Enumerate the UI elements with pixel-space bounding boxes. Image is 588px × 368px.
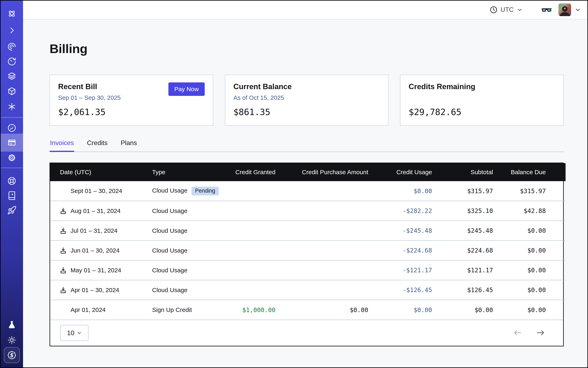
credit-granted-value <box>226 201 275 221</box>
tab-invoices[interactable]: Invoices <box>50 139 74 152</box>
account-menu[interactable] <box>558 3 581 16</box>
column-header-credit-purchase: Credit Purchase Amount <box>275 163 368 181</box>
timezone-picker[interactable]: UTC <box>489 6 523 14</box>
download-icon <box>60 207 67 215</box>
recent-bill-amount: $2,061.35 <box>58 107 106 117</box>
status-badge: Pending <box>191 187 218 195</box>
credits-badge-frame <box>4 347 20 363</box>
arrow-left-icon <box>513 328 522 337</box>
page-size-select[interactable]: 10 <box>60 325 89 341</box>
invoice-type: Cloud Usage <box>152 247 187 254</box>
balance-as-of-date: As of Oct 15, 2025 <box>234 94 380 101</box>
previous-page-button[interactable] <box>513 328 522 338</box>
credits-remaining-amount: $29,782.65 <box>408 107 461 117</box>
download-icon <box>60 227 67 234</box>
invoice-date: Sept 01 – 30, 2024 <box>71 187 122 194</box>
column-header-credit-granted: Credit Granted <box>226 163 275 181</box>
subtotal-value: $0.00 <box>432 300 493 320</box>
rocket-icon <box>7 206 17 215</box>
balance-due-value: $315.97 <box>493 181 566 201</box>
app-window: UTC <box>1 1 587 367</box>
sidebar-item-getting-started[interactable] <box>1 201 23 219</box>
gauge-icon <box>7 123 17 133</box>
subtotal-value: $224.68 <box>432 240 493 260</box>
next-page-button[interactable] <box>536 328 545 338</box>
download-icon <box>60 286 67 294</box>
subtotal-value: $126.45 <box>432 280 493 300</box>
balance-due-value: $0.00 <box>493 300 566 320</box>
table-row: Jul 01 – 31, 2024 Cloud Usage -$245.48 $… <box>50 221 566 240</box>
pager-arrows <box>513 328 545 338</box>
main-area: UTC <box>23 1 587 367</box>
invoices-table: Date (UTC) Type Credit Granted Credit Pu… <box>50 163 564 346</box>
balance-due-value: $0.00 <box>493 280 566 300</box>
table-row: Aug 01 – 31, 2024 Cloud Usage -$282.22 $… <box>50 201 566 221</box>
sidebar-item-credits[interactable] <box>1 346 23 364</box>
badge-dollar-icon <box>7 351 16 360</box>
balance-due-value: $42.88 <box>493 201 566 221</box>
current-balance-amount: $861.35 <box>234 107 270 117</box>
download-invoice-button[interactable] <box>60 267 67 274</box>
subtotal-value: $325.10 <box>432 201 493 221</box>
arrow-right-icon <box>536 328 545 337</box>
sidebar-item-settings[interactable] <box>1 149 23 167</box>
credit-granted-value <box>226 240 275 260</box>
clock-icon <box>489 6 498 14</box>
recent-bill-card: Recent Bill Sep 01 – Sep 30, 2025 $2,061… <box>50 75 213 126</box>
workflows-icon <box>7 42 17 51</box>
flask-icon <box>7 320 17 330</box>
sidebar-expand-button[interactable] <box>1 21 23 39</box>
schedules-icon <box>7 57 17 66</box>
credit-usage-value: $0.00 <box>368 300 432 320</box>
invoice-date: Aug 01 – 31, 2024 <box>71 207 120 214</box>
credit-purchase-value <box>275 260 368 280</box>
sidebar-item-deployments[interactable] <box>1 82 23 100</box>
download-icon <box>60 247 67 254</box>
chevron-down-icon <box>77 331 82 335</box>
person-silhouette <box>558 5 571 16</box>
invoice-type: Sign Up Credit <box>152 306 192 313</box>
download-invoice-button[interactable] <box>60 207 67 215</box>
sidebar-item-nexus[interactable] <box>1 98 23 116</box>
credit-granted-value <box>226 221 275 240</box>
chevron-right-icon <box>7 26 17 35</box>
credit-usage-value: -$245.48 <box>368 221 432 240</box>
balance-due-value: $0.00 <box>493 221 566 240</box>
download-invoice-button[interactable] <box>60 247 67 254</box>
credit-usage-value: -$126.45 <box>368 280 432 300</box>
billing-tabs: Invoices Credits Plans <box>50 139 564 152</box>
current-balance-card: Current Balance As of Oct 15, 2025 $861.… <box>225 75 389 126</box>
feedback-glasses-button[interactable] <box>541 5 552 15</box>
invoice-type: Cloud Usage <box>152 187 187 194</box>
credit-purchase-value <box>275 181 368 201</box>
sidebar <box>1 1 23 367</box>
download-invoice-button[interactable] <box>60 286 67 294</box>
subtotal-value: $245.48 <box>432 221 493 240</box>
temporal-logo-icon <box>7 9 17 18</box>
sidebar-item-home[interactable] <box>1 5 23 23</box>
invoice-date: May 01 – 31, 2024 <box>71 267 121 274</box>
table-pagination: 10 <box>50 320 563 346</box>
tab-credits[interactable]: Credits <box>86 139 108 152</box>
avatar <box>558 3 571 16</box>
invoice-date: Apr 01 – 30, 2024 <box>71 287 119 294</box>
tab-plans[interactable]: Plans <box>120 139 137 152</box>
cube-icon <box>7 86 17 96</box>
invoice-date: Apr 01, 2024 <box>71 306 106 313</box>
table-row: Apr 01, 2024 Sign Up Credit $1,000.00 $0… <box>50 300 566 320</box>
timezone-label: UTC <box>500 6 514 13</box>
lifebuoy-icon <box>7 176 17 186</box>
credit-usage-value: -$121.17 <box>368 260 432 280</box>
credit-purchase-value <box>275 201 368 221</box>
download-invoice-button[interactable] <box>60 227 67 234</box>
card-title: Current Balance <box>234 83 380 91</box>
column-header-subtotal: Subtotal <box>432 163 493 181</box>
credit-granted-value: $1,000.00 <box>226 300 275 320</box>
pay-now-button[interactable]: Pay Now <box>168 83 205 96</box>
credit-purchase-value: $0.00 <box>275 300 368 320</box>
invoice-table-header: Date (UTC) Type Credit Granted Credit Pu… <box>50 163 566 181</box>
table-row: Sept 01 – 30, 2024 Cloud UsagePending $0… <box>50 181 566 201</box>
topbar: UTC <box>23 1 587 19</box>
card-title: Credits Remaining <box>408 83 555 91</box>
credit-granted-value <box>226 280 275 300</box>
